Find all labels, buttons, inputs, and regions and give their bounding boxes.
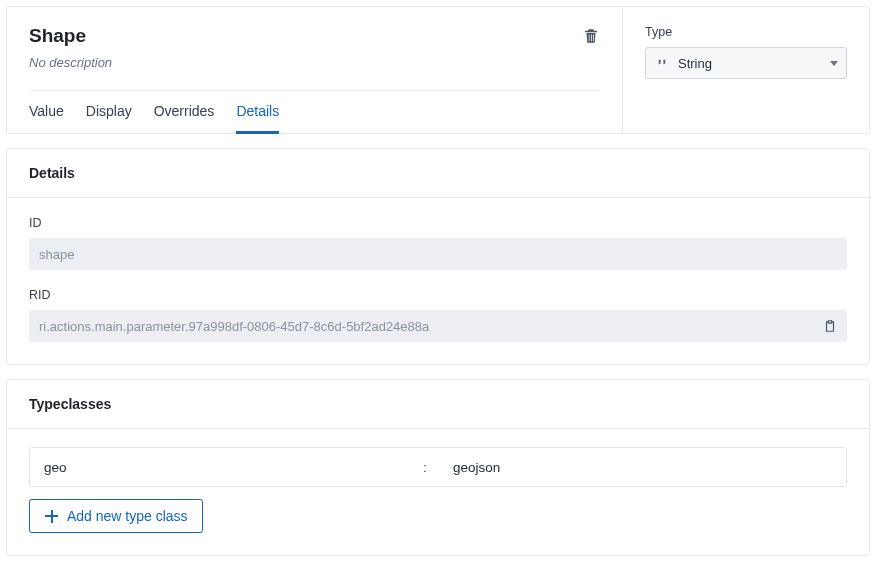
details-heading: Details <box>7 149 869 198</box>
typeclass-separator: : <box>423 460 453 475</box>
rid-value-box: ri.actions.main.parameter.97a998df-0806-… <box>29 310 847 342</box>
chevron-down-icon <box>830 61 838 66</box>
type-select[interactable]: String <box>645 47 847 79</box>
delete-icon[interactable] <box>582 27 600 45</box>
id-field: ID shape <box>29 216 847 270</box>
id-label: ID <box>29 216 847 230</box>
plus-icon <box>44 509 59 524</box>
id-value: shape <box>39 247 837 262</box>
typeclass-key: geo <box>44 460 423 475</box>
tab-details[interactable]: Details <box>236 91 279 134</box>
parameter-description: No description <box>29 55 112 70</box>
type-label: Type <box>645 25 847 39</box>
parameter-header-panel: Shape No description Value Display Overr… <box>6 6 870 134</box>
add-typeclass-label: Add new type class <box>67 508 188 524</box>
rid-value: ri.actions.main.parameter.97a998df-0806-… <box>39 319 815 334</box>
typeclass-row[interactable]: geo : geojson <box>29 447 847 487</box>
rid-label: RID <box>29 288 847 302</box>
typeclasses-heading: Typeclasses <box>7 380 869 429</box>
tab-display[interactable]: Display <box>86 91 132 134</box>
parameter-title: Shape <box>29 25 112 47</box>
clipboard-icon[interactable] <box>823 318 837 334</box>
string-icon <box>654 55 670 71</box>
id-value-box: shape <box>29 238 847 270</box>
tab-value[interactable]: Value <box>29 91 64 134</box>
typeclass-value: geojson <box>453 460 832 475</box>
tab-overrides[interactable]: Overrides <box>154 91 215 134</box>
add-typeclass-button[interactable]: Add new type class <box>29 499 203 533</box>
rid-field: RID ri.actions.main.parameter.97a998df-0… <box>29 288 847 342</box>
tab-bar: Value Display Overrides Details <box>29 90 600 133</box>
typeclasses-panel: Typeclasses geo : geojson Add new type c… <box>6 379 870 556</box>
details-panel: Details ID shape RID ri.actions.main.par… <box>6 148 870 365</box>
type-select-value: String <box>678 56 830 71</box>
